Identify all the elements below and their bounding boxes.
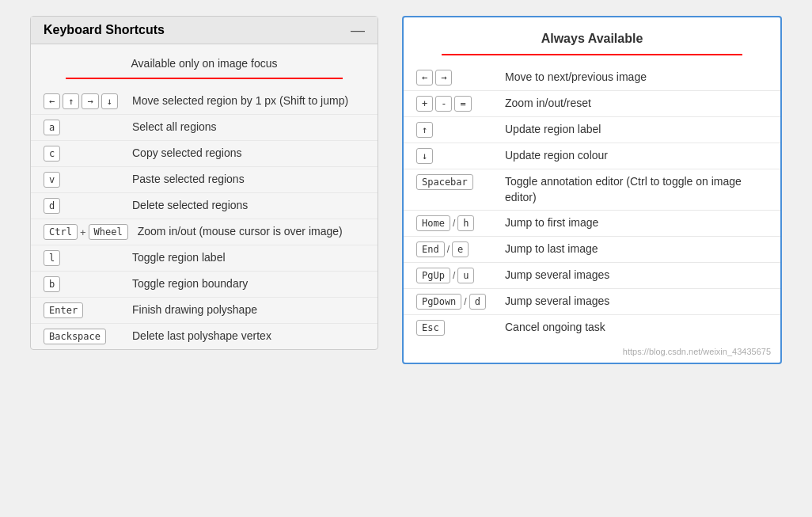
key-badge: c bbox=[44, 146, 60, 162]
shortcut-description: Copy selected regions bbox=[132, 146, 365, 162]
shortcut-description: Update region colour bbox=[505, 148, 768, 164]
shortcut-row: lToggle region label bbox=[31, 245, 378, 272]
shortcut-description: Move to next/previous image bbox=[505, 70, 768, 86]
shortcut-description: Toggle region label bbox=[132, 250, 365, 266]
key-area: a bbox=[44, 120, 123, 135]
key-area: PgUp/u bbox=[416, 268, 495, 283]
left-panel: Keyboard Shortcuts — Available only on i… bbox=[30, 16, 378, 350]
shortcut-description: Jump to last image bbox=[505, 241, 768, 257]
key-badge: ↓ bbox=[101, 93, 118, 109]
key-area: Backspace bbox=[44, 329, 123, 344]
shortcut-description: Zoom in/out (mouse cursor is over image) bbox=[138, 224, 365, 240]
key-badge: ← bbox=[44, 93, 60, 109]
shortcut-row: EscCancel ongoing task bbox=[404, 315, 780, 340]
watermark: https://blog.csdn.net/weixin_43435675 bbox=[404, 340, 780, 363]
shortcut-description: Delete last polyshape vertex bbox=[132, 329, 365, 344]
shortcut-row: cCopy selected regions bbox=[31, 141, 378, 167]
right-panel: Always Available ←→Move to next/previous… bbox=[402, 16, 782, 364]
shortcut-description: Zoom in/out/reset bbox=[505, 96, 768, 112]
shortcut-description: Toggle annotation editor (Ctrl to toggle… bbox=[505, 174, 768, 205]
key-badge: Wheel bbox=[89, 224, 128, 240]
shortcut-description: Cancel ongoing task bbox=[505, 320, 768, 336]
shortcut-row: Home/hJump to first image bbox=[404, 211, 780, 237]
key-badge: = bbox=[454, 96, 471, 112]
shortcut-description: Toggle region boundary bbox=[132, 276, 365, 292]
key-badge: b bbox=[44, 276, 60, 292]
key-badge: → bbox=[82, 93, 98, 109]
shortcut-row: vPaste selected regions bbox=[31, 167, 378, 193]
key-badge: End bbox=[416, 241, 445, 257]
key-badge: PgUp bbox=[416, 268, 450, 283]
shortcut-description: Update region label bbox=[505, 122, 768, 138]
title-bar: Keyboard Shortcuts — bbox=[31, 17, 378, 44]
right-section-header: Always Available bbox=[404, 17, 780, 51]
key-badge: h bbox=[457, 215, 474, 231]
key-badge: d bbox=[44, 198, 60, 214]
shortcut-row: ←↑→↓Move selected region by 1 px (Shift … bbox=[31, 89, 378, 115]
key-badge: a bbox=[44, 120, 60, 135]
key-area: l bbox=[44, 250, 123, 266]
shortcut-description: Select all regions bbox=[132, 120, 365, 135]
shortcut-row: BackspaceDelete last polyshape vertex bbox=[31, 324, 378, 349]
key-badge: ↓ bbox=[416, 148, 433, 164]
key-badge: - bbox=[435, 96, 452, 112]
shortcut-description: Paste selected regions bbox=[132, 172, 365, 188]
key-area: ↑ bbox=[416, 122, 495, 138]
shortcut-row: ↓Update region colour bbox=[404, 143, 780, 169]
shortcut-description: Delete selected regions bbox=[132, 198, 365, 214]
key-area: +-= bbox=[416, 96, 495, 112]
shortcut-row: aSelect all regions bbox=[31, 115, 378, 141]
section-underline bbox=[66, 78, 343, 79]
shortcut-row: PgUp/uJump several images bbox=[404, 263, 780, 289]
left-section-header: Available only on image focus bbox=[31, 44, 378, 74]
shortcut-row: SpacebarToggle annotation editor (Ctrl t… bbox=[404, 169, 780, 211]
shortcut-row: bToggle region boundary bbox=[31, 272, 378, 298]
key-badge: ↑ bbox=[416, 122, 433, 138]
key-badge: ↑ bbox=[63, 93, 79, 109]
key-badge: Enter bbox=[44, 302, 83, 318]
key-badge: Ctrl bbox=[44, 224, 78, 240]
key-badge: d bbox=[469, 294, 486, 310]
key-badge: v bbox=[44, 172, 60, 188]
shortcut-row: dDelete selected regions bbox=[31, 193, 378, 219]
key-separator: / bbox=[453, 270, 455, 281]
key-badge: + bbox=[416, 96, 433, 112]
key-area: Home/h bbox=[416, 215, 495, 231]
shortcut-row: ↑Update region label bbox=[404, 117, 780, 143]
right-shortcuts-list: ←→Move to next/previous image+-=Zoom in/… bbox=[404, 65, 780, 340]
key-badge: Backspace bbox=[44, 329, 106, 344]
shortcut-row: +-=Zoom in/out/reset bbox=[404, 91, 780, 117]
shortcut-description: Jump to first image bbox=[505, 215, 768, 231]
key-area: Ctrl+Wheel bbox=[44, 224, 128, 240]
key-separator: / bbox=[453, 218, 455, 229]
key-badge: e bbox=[452, 241, 469, 257]
key-area: Esc bbox=[416, 320, 495, 336]
key-badge: ← bbox=[416, 70, 433, 86]
shortcut-row: PgDown/dJump several images bbox=[404, 289, 780, 315]
key-area: Enter bbox=[44, 302, 123, 318]
panel-title: Keyboard Shortcuts bbox=[44, 23, 165, 37]
right-section-underline bbox=[442, 54, 743, 55]
key-separator: / bbox=[447, 244, 450, 255]
key-badge: PgDown bbox=[416, 294, 461, 310]
key-area: PgDown/d bbox=[416, 294, 495, 310]
shortcut-row: EnterFinish drawing polyshape bbox=[31, 298, 378, 324]
key-separator: / bbox=[464, 296, 466, 307]
key-area: End/e bbox=[416, 241, 495, 257]
key-area: b bbox=[44, 276, 123, 292]
key-area: ←→ bbox=[416, 70, 495, 86]
key-badge: → bbox=[435, 70, 452, 86]
key-badge: l bbox=[44, 250, 60, 266]
shortcut-description: Finish drawing polyshape bbox=[132, 302, 365, 318]
key-plus: + bbox=[80, 226, 86, 238]
minimize-button[interactable]: — bbox=[351, 23, 365, 37]
key-area: v bbox=[44, 172, 123, 188]
key-badge: Spacebar bbox=[416, 174, 473, 190]
shortcut-description: Jump several images bbox=[505, 268, 768, 283]
key-badge: Esc bbox=[416, 320, 445, 336]
key-badge: Home bbox=[416, 215, 450, 231]
key-area: d bbox=[44, 198, 123, 214]
key-area: ←↑→↓ bbox=[44, 93, 123, 109]
key-badge: u bbox=[457, 268, 474, 283]
left-shortcuts-list: ←↑→↓Move selected region by 1 px (Shift … bbox=[31, 89, 378, 349]
